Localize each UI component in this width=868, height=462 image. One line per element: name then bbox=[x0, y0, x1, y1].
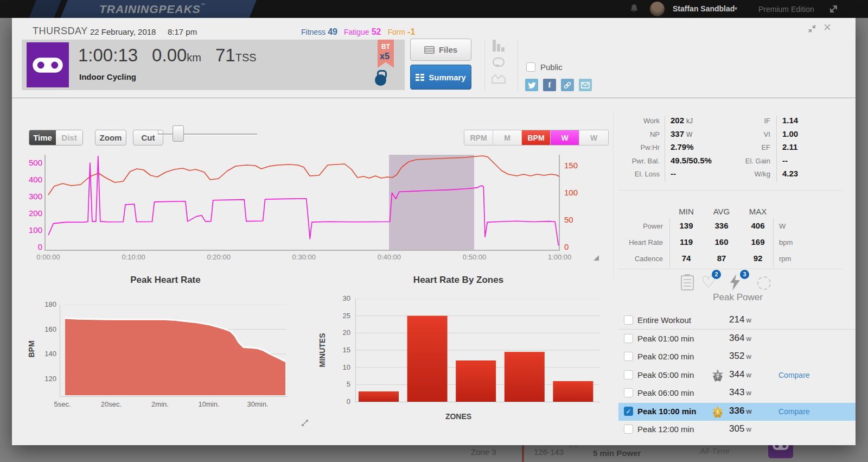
peak-power-row[interactable]: Peak 02:00 min352w bbox=[618, 348, 856, 366]
bar-chart-view-icon[interactable] bbox=[493, 40, 505, 52]
compare-link[interactable]: Compare bbox=[778, 371, 810, 379]
hr-zones-ylabel: MINUTES bbox=[318, 328, 327, 372]
notes-clipboard-icon[interactable] bbox=[681, 275, 694, 290]
close-modal-icon[interactable]: ✕ bbox=[823, 21, 832, 34]
peak-row-checkbox[interactable] bbox=[624, 388, 633, 397]
peak-hr-chart[interactable] bbox=[64, 305, 286, 398]
zoom-button[interactable]: Zoom bbox=[95, 130, 126, 145]
minmax-unit: rpm bbox=[779, 255, 791, 263]
peak-power-row[interactable]: Peak 12:00 min305w bbox=[618, 421, 856, 439]
comments-icon[interactable] bbox=[493, 58, 505, 67]
files-button[interactable]: Files bbox=[410, 39, 471, 61]
peak-row-checkbox[interactable] bbox=[624, 334, 633, 343]
collapse-modal-icon[interactable] bbox=[807, 24, 817, 36]
user-menu-caret-icon[interactable]: ▼ bbox=[733, 6, 738, 11]
sport-label: Indoor Cycling bbox=[79, 72, 136, 81]
stat-label: NP bbox=[612, 130, 660, 138]
peak-row-checkbox[interactable] bbox=[624, 370, 633, 379]
smoothing-slider-handle[interactable] bbox=[173, 125, 184, 142]
x-axis-tick: 1:00:00 bbox=[541, 253, 579, 261]
files-icon bbox=[424, 46, 435, 54]
channel-toggle-rpm-0[interactable]: RPM bbox=[464, 130, 493, 145]
chart-resize-handle[interactable] bbox=[593, 255, 599, 261]
peak-row-label: Peak 10:00 min bbox=[637, 407, 696, 416]
peak-row-label: Entire Workout bbox=[637, 315, 691, 325]
peak-row-checkbox[interactable]: ✓ bbox=[624, 407, 633, 416]
weekday-label: THURSDAY bbox=[33, 26, 88, 37]
peak-row-value: 352w bbox=[729, 351, 751, 362]
workout-totals: 1:00:13 0.00km 71TSS bbox=[78, 45, 257, 66]
minmax-row-label: Cadence bbox=[609, 255, 663, 263]
peak-hr-ytick: 140 bbox=[40, 350, 56, 358]
public-checkbox[interactable] bbox=[526, 62, 535, 72]
stat-value: -- bbox=[671, 169, 678, 178]
peak-power-bolt-icon[interactable] bbox=[729, 274, 741, 290]
cut-button[interactable]: Cut bbox=[133, 130, 163, 145]
bolt-badge-count: 3 bbox=[740, 270, 749, 279]
time-toggle[interactable]: Time bbox=[29, 130, 56, 145]
stat-label: EF bbox=[729, 143, 770, 151]
main-chart-bottom-axis bbox=[44, 250, 560, 251]
user-avatar[interactable] bbox=[650, 2, 665, 16]
compare-link[interactable]: Compare bbox=[778, 407, 810, 416]
facebook-share-icon[interactable]: f bbox=[543, 79, 556, 91]
link-share-icon[interactable] bbox=[561, 79, 574, 91]
fullscreen-expand-icon[interactable] bbox=[829, 4, 838, 16]
peak-row-checkbox[interactable] bbox=[624, 352, 633, 361]
minmax-cell: 169 bbox=[741, 237, 775, 246]
minmax-cell: 119 bbox=[669, 237, 704, 246]
channel-toggle-m-1[interactable]: M bbox=[493, 130, 522, 145]
duration-value: 1:00:13 bbox=[78, 45, 138, 66]
trainingpeaks-logo[interactable]: TRAININGPEAKS™ bbox=[99, 3, 206, 16]
stat-label: VI bbox=[729, 130, 770, 138]
twitter-share-icon[interactable] bbox=[525, 79, 538, 91]
minmax-cell: 160 bbox=[704, 237, 739, 246]
channel-toggle-w-3[interactable]: W bbox=[551, 130, 579, 145]
peak-row-checkbox[interactable] bbox=[624, 315, 633, 325]
dist-toggle[interactable]: Dist bbox=[56, 130, 82, 145]
header-divider bbox=[12, 98, 856, 98]
workout-detail-modal: THURSDAY 22 February, 2018 8:17 pm Fitne… bbox=[12, 18, 856, 445]
hr-zones-ytick: 30 bbox=[335, 294, 350, 302]
peak-power-row[interactable]: ✓Peak 10:00 min1336wCompare bbox=[618, 403, 856, 421]
workout-graph[interactable] bbox=[45, 155, 560, 250]
peak-hr-ylabel: BPM bbox=[27, 333, 36, 365]
hr-zones-xlabel: ZONES bbox=[377, 412, 540, 421]
peak-hr-xtick: 5sec. bbox=[46, 400, 79, 408]
stat-value: 49.5/50.5% bbox=[671, 156, 714, 165]
peak-row-value: 336w bbox=[729, 406, 752, 416]
analysis-chart-icon[interactable] bbox=[492, 73, 506, 84]
hr-zones-ytick: 15 bbox=[335, 346, 350, 354]
peak-row-value: 343w bbox=[729, 387, 751, 398]
hr-zones-ytick: 20 bbox=[335, 328, 350, 337]
peak-hr-xtick: 10min. bbox=[193, 400, 225, 408]
peak-power-row[interactable]: Entire Workout214w bbox=[618, 312, 856, 330]
kettlebell-count: x5 bbox=[380, 52, 390, 61]
peak-power-row[interactable]: Peak 01:00 min364w bbox=[618, 330, 856, 348]
hr-zones-chart[interactable] bbox=[356, 299, 599, 404]
peak-power-row[interactable]: Peak 05:00 min2344wCompare bbox=[618, 366, 856, 384]
email-share-icon[interactable] bbox=[579, 79, 592, 91]
channel-toggle-w-4[interactable]: W bbox=[579, 130, 608, 145]
peak-hr-chart-title: Peak Heart Rate bbox=[84, 275, 247, 286]
medal-silver-icon: 2 bbox=[712, 369, 724, 382]
divider bbox=[484, 41, 485, 91]
user-menu[interactable]: Staffan Sandblad bbox=[673, 4, 735, 13]
empty-metric-icon[interactable] bbox=[757, 276, 771, 290]
stat-value: 2.11 bbox=[782, 142, 797, 151]
performance-metrics: Fitness49 Fatigue52 Form-1 bbox=[301, 27, 415, 37]
notifications-bell-icon[interactable] bbox=[629, 4, 639, 16]
zone-range: 126-143 bbox=[534, 447, 564, 457]
channel-toggle-bpm-2[interactable]: BPM bbox=[522, 130, 551, 145]
peak-hr-resize-handle[interactable] bbox=[302, 419, 308, 428]
left-axis-tick: 300 bbox=[22, 192, 42, 201]
x-axis-tick: 0:00:00 bbox=[29, 253, 67, 261]
peak-row-checkbox[interactable] bbox=[624, 425, 633, 434]
minmax-cell: 87 bbox=[704, 254, 739, 263]
form-metric: Form-1 bbox=[387, 27, 415, 37]
view-icons-column bbox=[492, 40, 506, 84]
stat-label: W/kg bbox=[729, 170, 770, 178]
summary-button[interactable]: Summary bbox=[410, 65, 471, 90]
minmax-row-label: Heart Rate bbox=[609, 238, 663, 246]
peak-power-row[interactable]: Peak 06:00 min343w bbox=[618, 384, 856, 402]
